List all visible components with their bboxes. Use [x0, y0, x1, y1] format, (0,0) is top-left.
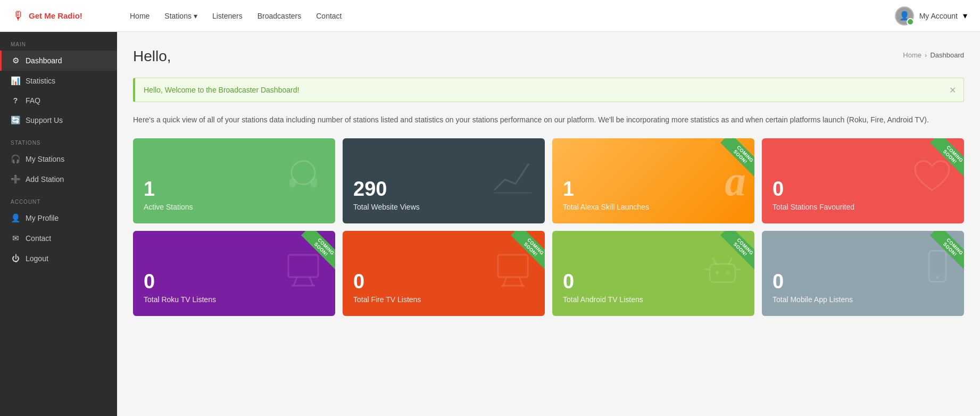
- dashboard-icon: ⚙: [11, 56, 20, 65]
- svg-rect-1: [289, 178, 296, 188]
- description-text: Here's a quick view of all of your stati…: [133, 114, 964, 126]
- svg-line-9: [503, 277, 506, 286]
- alexa-icon: a: [725, 157, 746, 205]
- stat-label-website-views: Total Website Views: [353, 202, 534, 212]
- mobile-icon: [921, 248, 953, 299]
- sidebar-my-stations-label: My Stations: [26, 155, 64, 163]
- svg-point-20: [936, 276, 939, 279]
- android-icon: [701, 248, 744, 299]
- svg-line-14: [729, 258, 732, 264]
- stat-card-alexa-launches: Coming Soon! 1 Total Alexa Skill Launche…: [552, 138, 754, 223]
- add-station-icon: ➕: [11, 174, 20, 184]
- avatar: 👤: [895, 6, 914, 26]
- nav-listeners[interactable]: Listeners: [212, 12, 243, 20]
- sidebar-item-add-station[interactable]: ➕ Add Station: [0, 169, 117, 189]
- svg-line-5: [294, 277, 297, 286]
- sidebar-item-statistics[interactable]: 📊 Statistics: [0, 71, 117, 91]
- faq-icon: ?: [11, 96, 20, 105]
- sidebar-item-my-profile[interactable]: 👤 My Profile: [0, 208, 117, 228]
- nav-links: Home Stations ▾ Listeners Broadcasters C…: [130, 12, 895, 20]
- sidebar-support-label: Support Us: [26, 116, 63, 124]
- my-stations-icon: 🎧: [11, 154, 20, 164]
- sidebar: MAIN ⚙ Dashboard 📊 Statistics ? FAQ 🔄 Su…: [0, 32, 117, 416]
- stat-card-android-tv: Coming Soon! 0 Total Android TV Listens: [552, 231, 754, 316]
- nav-home[interactable]: Home: [130, 12, 150, 20]
- account-menu[interactable]: 👤 My Account ▾: [895, 6, 967, 26]
- sidebar-section-account: ACCOUNT 👤 My Profile ✉ Contact ⏻ Logout: [0, 189, 117, 268]
- sidebar-section-main: MAIN ⚙ Dashboard 📊 Statistics ? FAQ 🔄 Su…: [0, 32, 117, 130]
- svg-point-15: [716, 271, 719, 274]
- nav-stations[interactable]: Stations ▾: [164, 12, 197, 20]
- stat-card-active-stations: 1 Active Stations: [133, 138, 335, 223]
- tv-icon-fire: [492, 249, 534, 297]
- stat-card-favourited: Coming Soon! 0 Total Stations Favourited: [762, 138, 964, 223]
- breadcrumb-current: Dashboard: [930, 51, 964, 59]
- stat-label-alexa-launches: Total Alexa Skill Launches: [563, 202, 744, 212]
- tv-icon-roku: [282, 249, 325, 297]
- svg-line-6: [310, 277, 313, 286]
- sidebar-statistics-label: Statistics: [26, 77, 55, 85]
- alert-banner: Hello, Welcome to the Broadcaster Dashbo…: [133, 78, 964, 102]
- sidebar-dashboard-label: Dashboard: [26, 56, 62, 65]
- svg-rect-8: [498, 255, 528, 277]
- sidebar-item-faq[interactable]: ? FAQ: [0, 91, 117, 110]
- page-header: Hello, Home › Dashboard: [133, 48, 964, 65]
- stat-card-firetv: Coming Soon! 0 Total Fire TV Listens: [343, 231, 545, 316]
- sidebar-item-support[interactable]: 🔄 Support Us: [0, 110, 117, 130]
- top-nav: 🎙 Get Me Radio! Home Stations ▾ Listener…: [0, 0, 980, 32]
- sidebar-section-account-label: ACCOUNT: [0, 189, 117, 208]
- sidebar-section-stations-label: STATIONS: [0, 130, 117, 149]
- contact-icon: ✉: [11, 234, 20, 243]
- sidebar-item-contact[interactable]: ✉ Contact: [0, 228, 117, 248]
- logout-icon: ⏻: [11, 254, 20, 263]
- stats-row-1: 1 Active Stations 290 Total Website View…: [133, 138, 964, 223]
- sidebar-my-profile-label: My Profile: [26, 214, 59, 222]
- svg-rect-2: [311, 178, 317, 188]
- sidebar-contact-label: Contact: [26, 234, 51, 243]
- account-chevron-icon: ▾: [963, 11, 967, 21]
- main-content: Hello, Home › Dashboard Hello, Welcome t…: [117, 32, 980, 416]
- alert-close-button[interactable]: ✕: [949, 85, 956, 95]
- nav-broadcasters[interactable]: Broadcasters: [258, 12, 301, 20]
- svg-line-10: [519, 277, 522, 286]
- statistics-icon: 📊: [11, 76, 20, 86]
- chevron-down-icon: ▾: [194, 12, 197, 20]
- main-layout: MAIN ⚙ Dashboard 📊 Statistics ? FAQ 🔄 Su…: [0, 32, 980, 416]
- headphones-icon: [282, 156, 325, 206]
- support-icon: 🔄: [11, 115, 20, 125]
- sidebar-item-my-stations[interactable]: 🎧 My Stations: [0, 149, 117, 169]
- sidebar-section-main-label: MAIN: [0, 32, 117, 51]
- logo-text: Get Me Radio!: [29, 11, 82, 20]
- nav-contact[interactable]: Contact: [316, 12, 342, 20]
- sidebar-item-logout[interactable]: ⏻ Logout: [0, 248, 117, 268]
- logo-icon: 🎙: [13, 9, 24, 23]
- stat-card-mobile-app: Coming Soon! 0 Total Mobile App Listens: [762, 231, 964, 316]
- alert-message: Hello, Welcome to the Broadcaster Dashbo…: [144, 86, 299, 94]
- avatar-face: 👤: [896, 7, 913, 24]
- stat-number-alexa-launches: 1: [563, 179, 744, 199]
- sidebar-section-stations: STATIONS 🎧 My Stations ➕ Add Station: [0, 130, 117, 189]
- svg-point-16: [726, 271, 729, 274]
- breadcrumb-separator: ›: [925, 51, 927, 59]
- stat-card-website-views: 290 Total Website Views: [343, 138, 545, 223]
- sidebar-add-station-label: Add Station: [26, 175, 64, 184]
- logo-area[interactable]: 🎙 Get Me Radio!: [13, 9, 130, 23]
- svg-line-13: [713, 258, 716, 264]
- sidebar-logout-label: Logout: [26, 254, 48, 263]
- svg-rect-4: [288, 255, 318, 277]
- breadcrumb-home: Home: [903, 51, 921, 59]
- heart-icon: [911, 156, 953, 206]
- stats-row-2: Coming Soon! 0 Total Roku TV Listens Com…: [133, 231, 964, 316]
- my-profile-icon: 👤: [11, 213, 20, 223]
- sidebar-item-dashboard[interactable]: ⚙ Dashboard: [0, 51, 117, 71]
- stat-card-roku: Coming Soon! 0 Total Roku TV Listens: [133, 231, 335, 316]
- sidebar-faq-label: FAQ: [26, 96, 40, 105]
- breadcrumb: Home › Dashboard: [903, 51, 964, 59]
- account-label: My Account: [919, 12, 958, 20]
- page-title: Hello,: [133, 48, 171, 65]
- chart-icon: [492, 159, 534, 204]
- svg-rect-12: [710, 264, 735, 282]
